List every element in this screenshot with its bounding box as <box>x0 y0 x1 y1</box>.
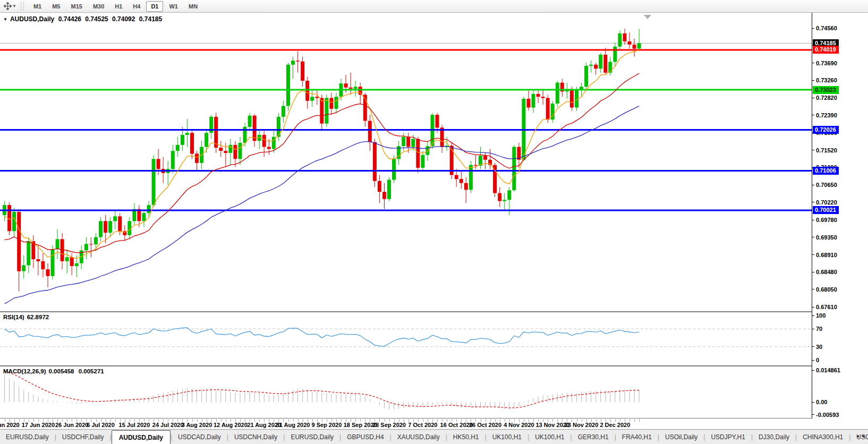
chart-symbol-period: AUDUSD,Daily <box>10 15 54 23</box>
timeframe-button-d1[interactable]: D1 <box>146 1 163 12</box>
chart-tab-fra40-h1[interactable]: FRA40,H1 <box>616 433 658 441</box>
price-tick-0.68910: 0.68910 <box>812 251 837 259</box>
chart-tab-china300-h1[interactable]: CHINA300,H1 <box>797 433 849 441</box>
date-label: 7 Oct 2020 <box>408 422 437 428</box>
rsi-indicator-plot[interactable] <box>0 312 812 365</box>
timeframe-toolbar: M1M5M15M30H1H4D1W1MN <box>28 1 203 12</box>
tick-dash <box>812 185 814 185</box>
chart-tab-uk100-h1[interactable]: UK100,H1 <box>487 433 527 441</box>
date-label: 28 Sep 2020 <box>372 422 406 428</box>
macd-tick-0.00: 0.00 <box>812 398 827 406</box>
price-tick-0.69780: 0.69780 <box>812 216 837 224</box>
date-label: 3 Aug 2020 <box>182 422 212 428</box>
timeframe-button-m1[interactable]: M1 <box>29 1 46 12</box>
date-label: 17 Jun 2020 <box>22 422 55 428</box>
tick-dash <box>812 414 814 415</box>
price-badge-0.70021: 0.70021 <box>813 206 839 214</box>
tab-scroll-right-icon[interactable]: ▸ <box>863 433 865 439</box>
macd-tick--0.00593: -0.00593 <box>812 411 839 419</box>
tick-dash <box>812 237 814 237</box>
timeframe-button-mn[interactable]: MN <box>184 1 202 12</box>
date-label: 24 Jul 2020 <box>152 422 184 428</box>
tick-dash <box>812 360 814 361</box>
chart-tab-xauusd-daily[interactable]: XAUUSD,Daily <box>392 433 446 441</box>
tick-dash <box>812 289 814 289</box>
tick-dash <box>812 115 814 115</box>
timeframe-button-m5[interactable]: M5 <box>47 1 65 12</box>
toolbar: ▼ M1M5M15M30H1H4D1W1MN <box>0 0 868 13</box>
tick-dash <box>812 63 814 63</box>
date-label: 8 Jun 2020 <box>0 422 20 428</box>
macd-histogram <box>5 374 640 409</box>
timeframe-button-w1[interactable]: W1 <box>164 1 183 12</box>
chart-tab-bar: EURUSD,Daily|USDCHF,Daily|AUDUSD,Daily|U… <box>0 429 868 444</box>
macd-name: MACD(12,26,9) <box>3 368 46 374</box>
date-label: 26 Jun 2020 <box>55 422 88 428</box>
tick-dash <box>812 329 814 329</box>
main-chart-plot[interactable] <box>0 14 812 311</box>
chart-tab-gbpusd-h4[interactable]: GBPUSD,H4 <box>341 433 389 441</box>
chart-tab-audusd-daily[interactable]: AUDUSD,Daily <box>112 430 171 444</box>
chart-tab-dj30-daily[interactable]: DJ30,Daily <box>753 433 795 441</box>
toolbar-caret-down-icon[interactable]: ▼ <box>12 4 16 8</box>
rsi-tick-0: 0 <box>812 356 819 364</box>
chart-tab-eurusd-daily[interactable]: EURUSD,Daily <box>285 433 339 441</box>
date-label: 2 Dec 2020 <box>600 422 630 428</box>
main-rsi-separator[interactable] <box>0 311 868 312</box>
price-tick-0.74560: 0.74560 <box>812 24 837 32</box>
chart-collapse-triangle-icon[interactable]: ▼ <box>3 17 7 22</box>
price-axis[interactable]: 0.745600.741300.736900.732600.728200.723… <box>812 13 868 419</box>
price-tick-0.67610: 0.67610 <box>812 303 837 311</box>
price-tick-0.70220: 0.70220 <box>812 198 837 206</box>
crosshair-move-icon[interactable] <box>3 2 12 11</box>
price-badge-0.71006: 0.71006 <box>813 167 839 175</box>
timeframe-button-h1[interactable]: H1 <box>110 1 127 12</box>
date-label: 6 Jul 2020 <box>87 422 115 428</box>
tab-scroll-arrows: ◂ ▸ <box>856 433 865 439</box>
chart-tab-eurusd-daily[interactable]: EURUSD,Daily <box>0 433 55 441</box>
time-tick <box>639 419 640 422</box>
time-tick <box>115 419 116 422</box>
price-tick-0.73690: 0.73690 <box>812 59 837 67</box>
price-tick-0.70650: 0.70650 <box>812 181 837 189</box>
timeframe-button-m15[interactable]: M15 <box>66 1 87 12</box>
crosshair-move-glyph <box>4 2 12 10</box>
rsi-macd-separator[interactable] <box>0 365 868 366</box>
tick-dash <box>812 150 814 150</box>
ma-slow-line <box>5 106 640 304</box>
timeframe-button-m30[interactable]: M30 <box>88 1 109 12</box>
date-label: 15 Jul 2020 <box>119 422 150 428</box>
date-label: 31 Aug 2020 <box>276 422 310 428</box>
chart-tab-usoil-daily[interactable]: USOil,Daily <box>659 433 703 441</box>
chart-title: ▼AUDUSD,Daily 0.74426 0.74525 0.74092 0.… <box>3 15 164 23</box>
time-axis[interactable]: 8 Jun 202017 Jun 202026 Jun 20206 Jul 20… <box>0 419 812 429</box>
chart-tab-ger30-h1[interactable]: GER30,H1 <box>572 433 615 441</box>
price-tick-0.71520: 0.71520 <box>812 146 837 154</box>
toolbar-grip[interactable] <box>21 2 24 11</box>
chart-tab-usdjpy-h1[interactable]: USDJPY,H1 <box>705 433 751 441</box>
tab-scroll-left-icon[interactable]: ◂ <box>856 433 859 439</box>
timeframe-button-h4[interactable]: H4 <box>128 1 145 12</box>
price-tick-0.68050: 0.68050 <box>812 285 837 293</box>
tick-dash <box>812 202 814 202</box>
tick-dash <box>812 80 814 81</box>
chart-tab-usdchf-daily[interactable]: USDCHF,Daily <box>56 433 110 441</box>
mt4-terminal-window: ▼ M1M5M15M30H1H4D1W1MN ▼AUDUSD,Daily 0.7… <box>0 0 868 444</box>
chart-tab-hk50-h1[interactable]: HK50,H1 <box>447 433 485 441</box>
rsi-label: RSI(14)62.8972 <box>3 314 52 320</box>
date-label: 9 Sep 2020 <box>311 422 342 428</box>
chart-tab-usdcad-daily[interactable]: USDCAD,Daily <box>172 433 227 441</box>
chart-tab-uk100-h1[interactable]: UK100,H1 <box>529 433 570 441</box>
chart-tab-usdcnh-daily[interactable]: USDCNH,Daily <box>228 433 283 441</box>
chart-shift-marker-icon[interactable] <box>644 15 651 19</box>
price-tick-0.68480: 0.68480 <box>812 268 837 276</box>
macd-indicator-plot[interactable] <box>0 366 812 419</box>
macd-signal-line <box>5 371 640 408</box>
price-badge-0.72026: 0.72026 <box>813 126 839 134</box>
price-badge-0.74019: 0.74019 <box>813 46 839 54</box>
macd-label: MACD(12,26,9)0.005458 0.005271 <box>3 368 107 374</box>
tick-dash <box>812 402 814 403</box>
chart-open-value: 0.74426 <box>58 15 81 23</box>
candles <box>3 29 641 292</box>
tick-dash <box>812 98 814 98</box>
